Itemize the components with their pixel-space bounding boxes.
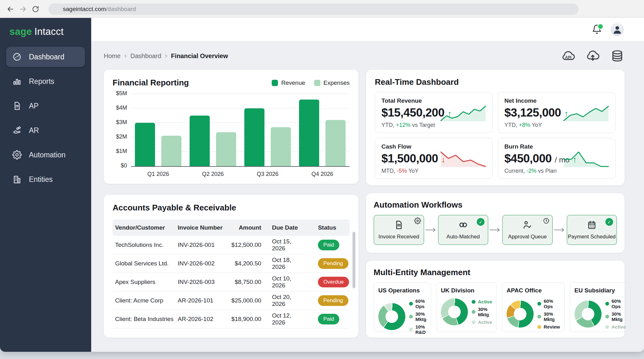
database-icon[interactable] (610, 49, 624, 63)
cell-vendor: TechSolutions Inc. (115, 242, 178, 248)
kpi-label: Total Revenue (381, 97, 486, 104)
cell-amount: $12,500.00 (226, 242, 261, 248)
invoice-icon (394, 220, 404, 231)
forward-button[interactable] (19, 5, 27, 13)
link-icon (458, 220, 468, 231)
table-header-row: Vendor/CustomerInvoice NumberAmountDue D… (113, 220, 350, 236)
bar-group-q3-2026: Q3 2026 (244, 108, 291, 166)
entity-legend-item: 30% Mktg (605, 311, 626, 322)
workflow-step-approval-queue[interactable]: Approval Queue (502, 215, 553, 245)
status-badge: Overdue (318, 277, 349, 287)
kpi-delta: +12% (396, 122, 411, 128)
kpi-card-net-income: Net Income$3,125,000↑YTD, +8% YoY (498, 92, 616, 133)
sidebar-item-entities[interactable]: Entities (6, 169, 85, 189)
workflow-step-label: Payment Scheduled (568, 234, 616, 240)
kpi-value: $3,125,000 (504, 106, 561, 119)
cell-due-date: Oct 20, 2026 (261, 294, 305, 307)
entity-legend-item: 10% R&D (409, 324, 426, 335)
kpi-label: Net Income (504, 97, 609, 104)
status-badge: Pending (318, 295, 348, 306)
cloud-sync-icon[interactable] (586, 49, 600, 63)
entity-name: UK Division (441, 287, 492, 294)
workflow-step-auto-matched[interactable]: ✓Auto-Matched (438, 215, 489, 245)
table-row[interactable]: Apex SuppliersINV-2026-003$8,750.00Oct 1… (113, 273, 350, 291)
sidebar-item-ar[interactable]: AR (6, 120, 85, 140)
revenue-bar (244, 108, 264, 166)
workflow-step-label: Auto-Matched (447, 234, 480, 240)
entity-card-apac-office: APAC Office60% Ops30% MktgReview (502, 282, 565, 332)
y-axis-tick: $4M (116, 105, 127, 111)
table-row[interactable]: Client: Beta IndustriesAR-2026-102$18,90… (113, 310, 350, 329)
kpi-card-cash-flow: Cash Flow$1,500,000↓MTD, -5% YoY (375, 138, 493, 179)
kpi-value: $15,450,200 (381, 106, 444, 119)
kpi-label: Burn Rate (504, 143, 609, 150)
entity-name: US Operations (378, 287, 426, 294)
cell-invoice: INV-2026-003 (178, 279, 226, 286)
sidebar-item-automation[interactable]: Automation (6, 145, 85, 165)
cell-due-date: Oct 15, 2026 (261, 238, 305, 252)
legend-dot (605, 302, 609, 306)
sidebar-item-dashboard[interactable]: Dashboard (6, 47, 85, 67)
table-row[interactable]: TechSolutions Inc.INV-2026-001$12,500.00… (113, 236, 350, 254)
legend-item-revenue: Revenue (272, 79, 305, 86)
kpi-value: $1,500,000 (381, 152, 438, 165)
breadcrumb-item-home[interactable]: Home (104, 52, 120, 60)
hand-coins-icon (12, 125, 22, 135)
breadcrumb-separator: › (165, 52, 167, 60)
x-axis-label: Q3 2026 (244, 171, 291, 177)
calendar-icon (587, 220, 597, 231)
dashboard-content: Home›Dashboard›Financial Overview API Fi… (91, 41, 644, 352)
automation-workflows-title: Automation Workflows (374, 200, 617, 210)
entity-donut-chart (507, 301, 534, 328)
breadcrumb: Home›Dashboard›Financial Overview (104, 52, 228, 60)
y-axis-tick: $1M (116, 148, 127, 155)
entity-legend-item: 30% Mktg (409, 311, 426, 322)
expenses-bar (325, 120, 346, 166)
legend-dot (537, 302, 541, 306)
legend-dot (537, 315, 541, 318)
url-path: /dashboard (106, 6, 136, 13)
clock-badge-icon (543, 217, 550, 226)
cell-due-date: Oct 18, 2026 (261, 257, 305, 270)
gauge-icon (12, 52, 22, 62)
cell-invoice: INV-2026-001 (178, 242, 226, 248)
api-cloud-icon[interactable]: API (561, 49, 575, 63)
reload-button[interactable] (31, 5, 40, 13)
workflow-step-payment-scheduled[interactable]: ✓Payment Scheduled (567, 215, 617, 245)
kpi-value: $450,000 (504, 152, 552, 165)
table-row[interactable]: Client: Acme CorpAR-2026-101$25,000.00Oc… (113, 291, 350, 310)
legend-dot (472, 300, 475, 304)
y-axis-tick: $2M (116, 133, 127, 140)
breadcrumb-item-dashboard[interactable]: Dashboard (130, 52, 161, 60)
entity-legend-item: 60% Ops (537, 298, 560, 309)
status-badge: Paid (318, 314, 339, 324)
entity-legend-item: Active (472, 319, 492, 325)
table-scrollbar[interactable] (353, 232, 355, 288)
revenue-bar (135, 123, 155, 166)
notifications-bell-icon[interactable] (592, 24, 602, 35)
check-badge-icon: ✓ (605, 217, 614, 226)
bar-chart-icon (12, 76, 22, 86)
url-host: sageintacct.com (63, 6, 106, 13)
entity-name: APAC Office (507, 287, 560, 294)
entity-name: EU Subsidiary (575, 287, 626, 294)
sparkline (440, 105, 487, 122)
x-axis-label: Q1 2026 (135, 171, 181, 177)
multi-entity-title: Multi-Entity Management (374, 268, 617, 277)
entity-legend-item: 30% Mktg (472, 307, 492, 317)
expenses-bar (271, 127, 291, 166)
cell-amount: $8,750.00 (226, 279, 261, 286)
legend-dot (472, 310, 475, 314)
sidebar-item-reports[interactable]: Reports (6, 71, 85, 91)
sidebar-item-ap[interactable]: AP (6, 96, 85, 116)
workflow-step-invoice-received[interactable]: Invoice Received (374, 215, 424, 245)
back-button[interactable] (6, 5, 14, 13)
user-avatar[interactable] (611, 23, 624, 36)
address-bar[interactable]: sageintacct.com/dashboard (48, 3, 579, 15)
workflow-arrow-icon (425, 227, 437, 232)
table-row[interactable]: Global Services Ltd.INV-2026-002$4,200.5… (113, 254, 350, 273)
column-header-vendor-customer: Vendor/Customer (115, 224, 178, 231)
sparkline (563, 105, 610, 122)
document-icon (12, 101, 22, 111)
entity-legend-item: Active (472, 299, 492, 304)
